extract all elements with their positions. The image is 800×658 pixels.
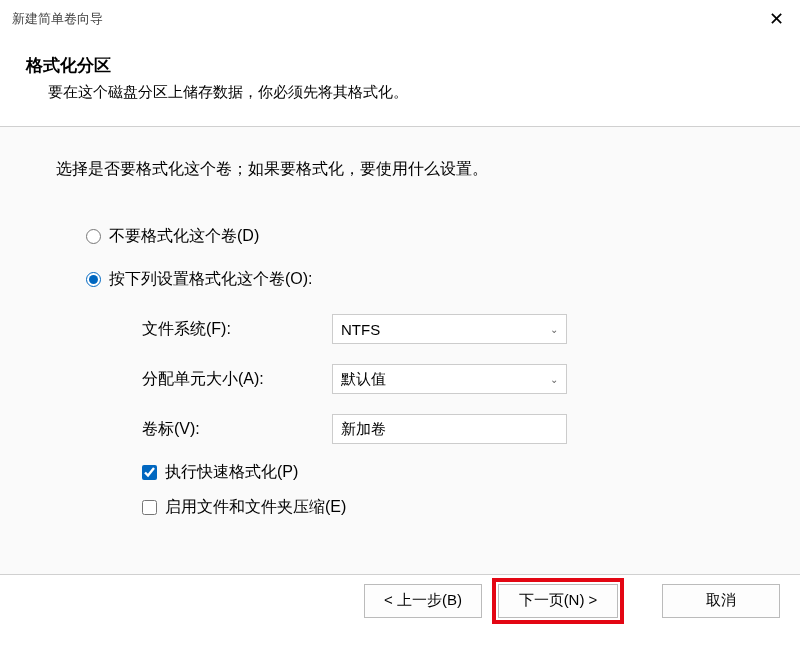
quick-format-label: 执行快速格式化(P): [165, 462, 298, 483]
page-subtitle: 要在这个磁盘分区上储存数据，你必须先将其格式化。: [48, 83, 780, 102]
titlebar: 新建简单卷向导 ✕: [0, 0, 800, 34]
filesystem-row: 文件系统(F): NTFS ⌄: [142, 312, 744, 346]
volume-label-label: 卷标(V):: [142, 419, 332, 440]
filesystem-select[interactable]: NTFS ⌄: [332, 314, 567, 344]
format-settings: 文件系统(F): NTFS ⌄ 分配单元大小(A): 默认值 ⌄ 卷标(V):: [142, 312, 744, 446]
back-button[interactable]: < 上一步(B): [364, 584, 482, 618]
radio-no-format-row[interactable]: 不要格式化这个卷(D): [86, 226, 744, 247]
close-icon[interactable]: ✕: [765, 10, 788, 28]
window-title: 新建简单卷向导: [12, 10, 103, 28]
radio-no-format[interactable]: [86, 229, 101, 244]
radio-do-format-row[interactable]: 按下列设置格式化这个卷(O):: [86, 269, 744, 290]
compression-row[interactable]: 启用文件和文件夹压缩(E): [142, 497, 744, 518]
quick-format-row[interactable]: 执行快速格式化(P): [142, 462, 744, 483]
chevron-down-icon: ⌄: [550, 374, 558, 385]
filesystem-value: NTFS: [341, 321, 380, 338]
wizard-header: 格式化分区 要在这个磁盘分区上储存数据，你必须先将其格式化。: [0, 34, 800, 126]
next-button-highlight: 下一页(N) >: [492, 578, 624, 624]
allocation-value: 默认值: [341, 370, 386, 389]
volume-label-row: 卷标(V):: [142, 412, 744, 446]
next-button[interactable]: 下一页(N) >: [498, 584, 618, 618]
allocation-select[interactable]: 默认值 ⌄: [332, 364, 567, 394]
allocation-row: 分配单元大小(A): 默认值 ⌄: [142, 362, 744, 396]
radio-no-format-label: 不要格式化这个卷(D): [109, 226, 259, 247]
allocation-label: 分配单元大小(A):: [142, 369, 332, 390]
chevron-down-icon: ⌄: [550, 324, 558, 335]
wizard-content: 选择是否要格式化这个卷；如果要格式化，要使用什么设置。 不要格式化这个卷(D) …: [0, 126, 800, 574]
instruction-text: 选择是否要格式化这个卷；如果要格式化，要使用什么设置。: [56, 159, 744, 180]
volume-label-input[interactable]: [332, 414, 567, 444]
compression-label: 启用文件和文件夹压缩(E): [165, 497, 346, 518]
format-choice-group: 不要格式化这个卷(D) 按下列设置格式化这个卷(O): 文件系统(F): NTF…: [86, 226, 744, 518]
cancel-button[interactable]: 取消: [662, 584, 780, 618]
compression-checkbox[interactable]: [142, 500, 157, 515]
radio-do-format[interactable]: [86, 272, 101, 287]
format-options: 执行快速格式化(P) 启用文件和文件夹压缩(E): [142, 462, 744, 518]
radio-do-format-label: 按下列设置格式化这个卷(O):: [109, 269, 313, 290]
wizard-footer: < 上一步(B) 下一页(N) > 取消: [0, 574, 800, 626]
filesystem-label: 文件系统(F):: [142, 319, 332, 340]
page-title: 格式化分区: [26, 54, 780, 77]
quick-format-checkbox[interactable]: [142, 465, 157, 480]
